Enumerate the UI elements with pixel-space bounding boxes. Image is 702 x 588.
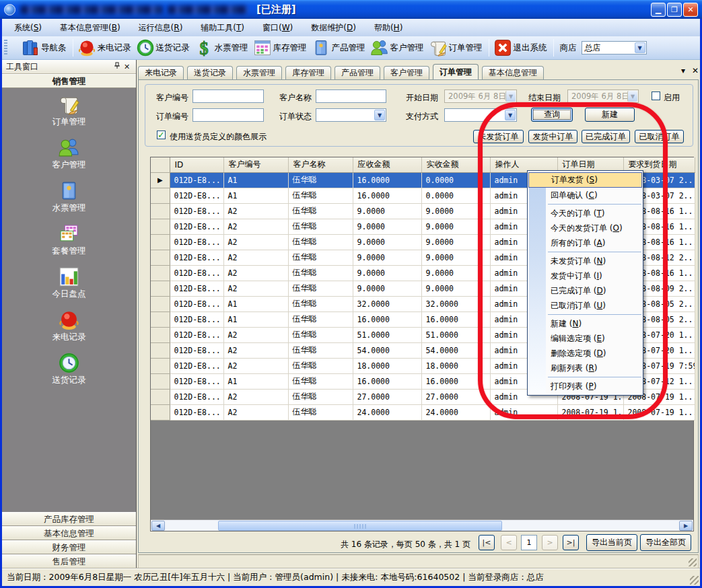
sidebar-item-grids[interactable]: 套餐管理 [2, 223, 136, 257]
clock-icon [58, 352, 80, 374]
menu-W[interactable]: 窗口(W) [262, 22, 293, 34]
row-selector[interactable]: ▶ [151, 172, 170, 188]
sidebar-item-box[interactable]: 水票管理 [2, 180, 136, 214]
sidebar-group-button[interactable]: 售后管理 [2, 554, 136, 568]
sidebar-item-chart[interactable]: 今日盘点 [2, 266, 136, 300]
tab-客户管理[interactable]: 客户管理 [384, 66, 429, 79]
customer-name-input[interactable] [316, 89, 386, 103]
sidebar-item-scroll[interactable]: 订单管理 [2, 94, 136, 128]
next-page-button[interactable]: > [542, 535, 558, 550]
customer-no-input[interactable] [192, 89, 264, 103]
pagination-bar: 共 16 条记录，每页 50 条，共 1 页 |< < 1 > >| 导出当前页… [139, 534, 698, 552]
scrollbar-thumb[interactable] [218, 521, 502, 531]
sidebar-group-button[interactable]: 基本信息管理 [2, 526, 136, 540]
delivery-color-checkbox[interactable] [157, 131, 166, 139]
menu-R[interactable]: 运行信息(R) [139, 22, 183, 34]
row-selector[interactable] [151, 358, 170, 373]
order-no-input[interactable] [192, 108, 264, 122]
row-selector[interactable] [151, 311, 170, 327]
last-page-button[interactable]: >| [563, 535, 579, 550]
resize-grip [690, 576, 699, 585]
sidebar-item-alarm[interactable]: 来电记录 [2, 309, 136, 343]
sidebar-item-clock[interactable]: 送货记录 [2, 352, 136, 386]
grid-column-header[interactable]: 应收金额 [353, 157, 421, 172]
tool-window-panel: 工具窗口 ✕ 销售管理 订单管理客户管理水票管理套餐管理今日盘点来电记录送货记录… [2, 60, 137, 568]
app-icon [4, 4, 15, 15]
title-bar: [已注册] ▁ ❐ ✕ [0, 0, 702, 19]
toolbar-button[interactable]: 客户管理 [369, 38, 427, 58]
tab-来电记录[interactable]: 来电记录 [138, 66, 184, 79]
row-selector[interactable] [151, 203, 170, 219]
toolbar-button[interactable]: 退出系统 [492, 38, 551, 58]
menu-B[interactable]: 基本信息管理(B) [60, 22, 120, 34]
maximize-button[interactable]: ❐ [667, 3, 682, 17]
row-selector[interactable] [151, 250, 170, 265]
tab-订单管理[interactable]: 订单管理 [433, 64, 479, 79]
row-selector[interactable] [151, 234, 170, 250]
tab-水票管理[interactable]: 水票管理 [236, 66, 282, 79]
tab-送货记录[interactable]: 送货记录 [187, 66, 233, 79]
tab-close-icon[interactable]: ✕ [692, 66, 699, 75]
start-date-picker[interactable]: 2009年 6月 8日▼ [444, 89, 517, 103]
order-status-select[interactable]: ▼ [316, 108, 386, 122]
grid-column-header[interactable]: 客户编号 [223, 157, 288, 172]
toolbar-separator [553, 39, 554, 57]
tab-库存管理[interactable]: 库存管理 [285, 66, 331, 79]
toolbar-button[interactable]: 产品管理 [310, 38, 369, 58]
prev-page-button[interactable]: < [501, 535, 517, 550]
row-selector[interactable] [151, 342, 170, 358]
toolbar-button[interactable]: $水票管理 [193, 38, 252, 58]
box-icon [58, 180, 80, 202]
red-annotation-circle [478, 102, 668, 419]
dropdown-arrow-icon: ▼ [627, 91, 637, 102]
tab-scroll-dropdown-icon[interactable]: ▾ [681, 66, 685, 75]
close-button[interactable]: ✕ [683, 3, 698, 17]
sidebar-group-button[interactable]: 财务管理 [2, 540, 136, 554]
toolbar-grip [4, 40, 7, 56]
tab-产品管理[interactable]: 产品管理 [335, 66, 380, 79]
store-select[interactable]: 总店▼ [582, 41, 647, 54]
grid-column-header[interactable]: 客户名称 [288, 157, 353, 172]
minimize-button[interactable]: ▁ [651, 3, 666, 17]
export-current-page-button[interactable]: 导出当前页 [586, 534, 637, 551]
row-selector[interactable] [151, 265, 170, 281]
toolbar-button[interactable]: 送货记录 [135, 38, 193, 58]
toolbar-button[interactable]: 来电记录 [76, 38, 135, 58]
row-selector[interactable] [151, 389, 170, 404]
row-selector[interactable] [151, 219, 170, 234]
row-selector[interactable] [151, 373, 170, 389]
menu-H[interactable]: 帮助(H) [374, 22, 402, 34]
calendar-icon [253, 38, 272, 57]
page-number-input[interactable]: 1 [521, 535, 537, 550]
row-selector[interactable] [151, 327, 170, 342]
first-page-button[interactable]: |< [479, 535, 495, 550]
grid-horizontal-scrollbar[interactable]: ◀ ▶ [151, 519, 693, 531]
row-selector[interactable] [151, 296, 170, 311]
row-selector[interactable] [151, 404, 170, 420]
enable-date-checkbox[interactable] [652, 91, 660, 100]
row-selector[interactable] [151, 281, 170, 296]
toolbar-button[interactable]: 订单管理 [427, 38, 486, 58]
tab-基本信息管理[interactable]: 基本信息管理 [482, 66, 544, 79]
toolbar-button[interactable]: 库存管理 [252, 38, 310, 58]
menu-S[interactable]: 系统(S) [14, 22, 42, 34]
export-all-pages-button[interactable]: 导出全部页 [640, 534, 691, 551]
sidebar-group-button[interactable]: 产品库存管理 [2, 512, 136, 526]
sidebar-item-people[interactable]: 客户管理 [2, 137, 136, 171]
end-date-picker[interactable]: 2009年 6月 8日▼ [567, 89, 639, 103]
menu-D[interactable]: 数据维护(D) [311, 22, 356, 34]
toolbar-button[interactable]: 导航条 [20, 38, 70, 58]
tool-window-title: 工具窗口 [6, 61, 38, 73]
close-panel-icon[interactable]: ✕ [122, 63, 132, 71]
titlebar-redacted-product [168, 5, 247, 14]
dropdown-arrow-icon: ▼ [505, 91, 516, 102]
row-selector[interactable] [151, 188, 170, 203]
lower-panel [138, 554, 699, 568]
alarm-icon [58, 309, 80, 331]
grid-column-header[interactable]: ID [170, 157, 223, 172]
pin-icon[interactable] [112, 62, 122, 71]
order-no-label: 订单编号 [156, 111, 188, 122]
sidebar-group-header[interactable]: 销售管理 [2, 74, 136, 88]
exit-icon [493, 38, 512, 57]
menu-T[interactable]: 辅助工具(T) [201, 22, 244, 34]
